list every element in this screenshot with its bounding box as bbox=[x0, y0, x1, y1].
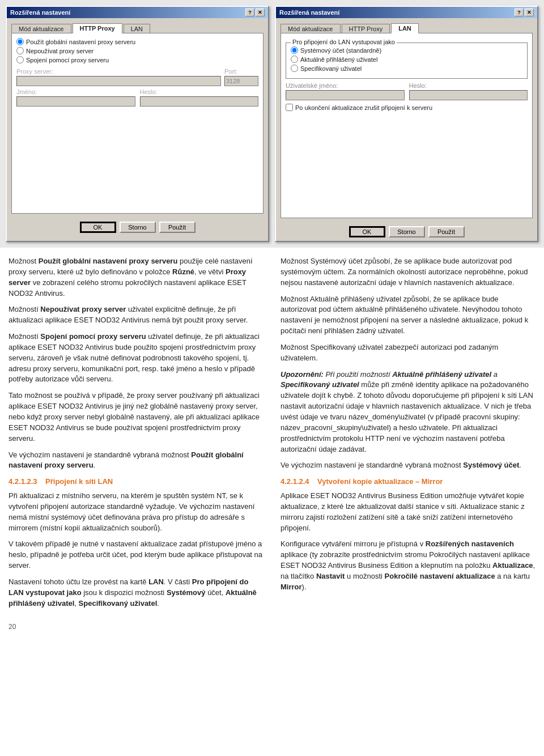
heslo-input-1[interactable] bbox=[140, 96, 259, 107]
close-button-2[interactable]: ✕ bbox=[525, 9, 534, 16]
lan-radio-system-label: Systémový účet (standardně) bbox=[300, 47, 381, 54]
radio-global-label: Použít globální nastavení proxy serveru bbox=[26, 39, 135, 45]
tab-content-2: Pro připojení do LAN vystupovat jako Sys… bbox=[280, 33, 533, 218]
right-para4: Upozornění: Při použití možností Aktuáln… bbox=[280, 369, 536, 455]
section-number-right: 4.2.1.2.4 bbox=[280, 477, 309, 486]
storno-button-2[interactable]: Storno bbox=[389, 226, 425, 237]
radio-option-2[interactable]: Nepoužívat proxy server bbox=[16, 47, 258, 54]
lan-radio-current[interactable] bbox=[291, 56, 298, 63]
tab-lan-2[interactable]: LAN bbox=[391, 23, 419, 33]
text-column-right: Možnost Systémový účet způsobí, že se ap… bbox=[272, 256, 536, 614]
lan-radio-specific-label: Specifikovaný uživatel bbox=[300, 65, 362, 72]
zrusit-pripojeni-checkbox[interactable] bbox=[286, 104, 293, 111]
ok-button-2[interactable]: OK bbox=[349, 226, 385, 237]
dialog-lan: Rozšířená nastavení ? ✕ Mód aktualizace … bbox=[275, 6, 538, 242]
tab-strip-1: Mód aktualizace HTTP Proxy LAN bbox=[11, 23, 264, 33]
storno-button-1[interactable]: Storno bbox=[120, 222, 156, 233]
section-heading-left: 4.2.1.2.3 Připojení k síti LAN bbox=[8, 477, 264, 487]
proxy-server-label: Proxy server: bbox=[16, 68, 221, 75]
titlebar-buttons-1: ? ✕ bbox=[245, 9, 265, 16]
jmeno-label: Jméno: bbox=[16, 88, 135, 95]
lan-radio-system[interactable] bbox=[291, 46, 298, 54]
port-input[interactable] bbox=[224, 76, 258, 86]
titlebar-buttons-2: ? ✕ bbox=[515, 9, 534, 16]
jmeno-input[interactable] bbox=[16, 96, 135, 107]
close-button-1[interactable]: ✕ bbox=[256, 9, 265, 16]
right-para2: Možnost Aktuálně přihlášený uživatel způ… bbox=[280, 294, 536, 337]
dialog-titlebar-1: Rozšířená nastavení ? ✕ bbox=[7, 7, 268, 18]
uzivatelske-jmeno-input[interactable] bbox=[286, 90, 405, 100]
left-para1: Možnost Použít globální nastavení proxy … bbox=[8, 256, 264, 299]
port-label: Port: bbox=[224, 68, 258, 75]
dialog-title-1: Rozšířená nastavení bbox=[10, 9, 70, 16]
help-button-2[interactable]: ? bbox=[515, 9, 524, 16]
checkbox-row[interactable]: Po ukončení aktualizace zrušit připojení… bbox=[286, 104, 528, 111]
tab-content-1: Použít globální nastavení proxy serveru … bbox=[11, 33, 264, 214]
dialog-content-2: Mód aktualizace HTTP Proxy LAN Pro připo… bbox=[276, 18, 537, 223]
pouzit-button-2[interactable]: Použít bbox=[428, 226, 465, 237]
left-para8: Nastavení tohoto účtu lze provést na kar… bbox=[8, 577, 264, 609]
proxy-server-input[interactable] bbox=[16, 76, 221, 86]
text-content: Možnost Použít globální nastavení proxy … bbox=[0, 248, 544, 623]
tab-strip-2: Mód aktualizace HTTP Proxy LAN bbox=[280, 23, 533, 33]
section-heading-right: 4.2.1.2.4 Vytvoření kopie aktualizace – … bbox=[280, 477, 536, 487]
lan-radio-1[interactable]: Systémový účet (standardně) bbox=[291, 46, 522, 54]
right-para3: Možnost Specifikovaný uživatel zabezpečí… bbox=[280, 342, 536, 364]
right-para1: Možnost Systémový účet způsobí, že se ap… bbox=[280, 256, 536, 288]
radio-option-3[interactable]: Spojení pomocí proxy serveru bbox=[16, 56, 258, 63]
tab-mod-aktualizace-2[interactable]: Mód aktualizace bbox=[280, 24, 341, 33]
text-column-left: Možnost Použít globální nastavení proxy … bbox=[8, 256, 272, 614]
lan-radio-current-label: Aktuálně přihlášený uživatel bbox=[300, 56, 377, 63]
left-para2: Možností Nepoužívat proxy server uživate… bbox=[8, 304, 264, 326]
lan-radio-specific[interactable] bbox=[291, 65, 298, 72]
left-para3: Možností Spojení pomocí proxy serveru už… bbox=[8, 332, 264, 385]
dialog-titlebar-2: Rozšířená nastavení ? ✕ bbox=[276, 7, 537, 18]
left-para4: Tato možnost se používá v případě, že pr… bbox=[8, 390, 264, 444]
heslo-label-2: Heslo: bbox=[409, 82, 528, 89]
lan-groupbox-legend: Pro připojení do LAN vystupovat jako bbox=[291, 39, 397, 45]
left-para7: V takovém případě je nutné v nastavení a… bbox=[8, 539, 264, 571]
radio-none-label: Nepoužívat proxy server bbox=[26, 48, 94, 54]
dialog-title-2: Rozšířená nastavení bbox=[279, 9, 339, 16]
heslo-label-1: Heslo: bbox=[140, 88, 259, 95]
lan-groupbox: Pro připojení do LAN vystupovat jako Sys… bbox=[286, 43, 528, 79]
page-number: 20 bbox=[0, 623, 544, 636]
lan-radio-2[interactable]: Aktuálně přihlášený uživatel bbox=[291, 56, 522, 63]
pouzit-button-1[interactable]: Použít bbox=[159, 222, 196, 233]
uzivatelske-jmeno-label: Uživatelské jméno: bbox=[286, 82, 405, 89]
radio-spojeni[interactable] bbox=[16, 56, 24, 63]
right-para7: Konfigurace vytváření mirroru je přístup… bbox=[280, 539, 536, 592]
left-para5: Ve výchozím nastavení je standardně vybr… bbox=[8, 450, 264, 472]
left-para6: Při aktualizaci z místního serveru, na k… bbox=[8, 491, 264, 533]
ok-button-1[interactable]: OK bbox=[80, 222, 116, 233]
tab-lan-1[interactable]: LAN bbox=[124, 24, 150, 33]
heslo-input-2[interactable] bbox=[409, 90, 528, 100]
tab-http-proxy-2[interactable]: HTTP Proxy bbox=[342, 24, 390, 33]
right-para6: Aplikace ESET NOD32 Antivirus Business E… bbox=[280, 491, 536, 533]
tab-mod-aktualizace-1[interactable]: Mód aktualizace bbox=[11, 24, 71, 33]
dialog-buttons-1: OK Storno Použít bbox=[7, 218, 268, 236]
radio-none[interactable] bbox=[16, 47, 24, 54]
radio-spojeni-label: Spojení pomocí proxy serveru bbox=[26, 57, 109, 63]
radio-global[interactable] bbox=[16, 38, 24, 45]
section-number-left: 4.2.1.2.3 bbox=[8, 477, 37, 486]
right-para5: Ve výchozím nastavení je standardně vybr… bbox=[280, 460, 536, 471]
dialogs-row: Rozšířená nastavení ? ✕ Mód aktualizace … bbox=[0, 0, 544, 248]
help-button-1[interactable]: ? bbox=[245, 9, 254, 16]
dialog-proxy: Rozšířená nastavení ? ✕ Mód aktualizace … bbox=[6, 6, 269, 242]
dialog-content-1: Mód aktualizace HTTP Proxy LAN Použít gl… bbox=[7, 18, 268, 218]
dialog-buttons-2: OK Storno Použít bbox=[276, 223, 537, 241]
zrusit-pripojeni-label: Po ukončení aktualizace zrušit připojení… bbox=[295, 104, 432, 111]
tab-http-proxy-1[interactable]: HTTP Proxy bbox=[73, 23, 122, 33]
radio-option-1[interactable]: Použít globální nastavení proxy serveru bbox=[16, 38, 258, 45]
lan-radio-3[interactable]: Specifikovaný uživatel bbox=[291, 65, 522, 72]
